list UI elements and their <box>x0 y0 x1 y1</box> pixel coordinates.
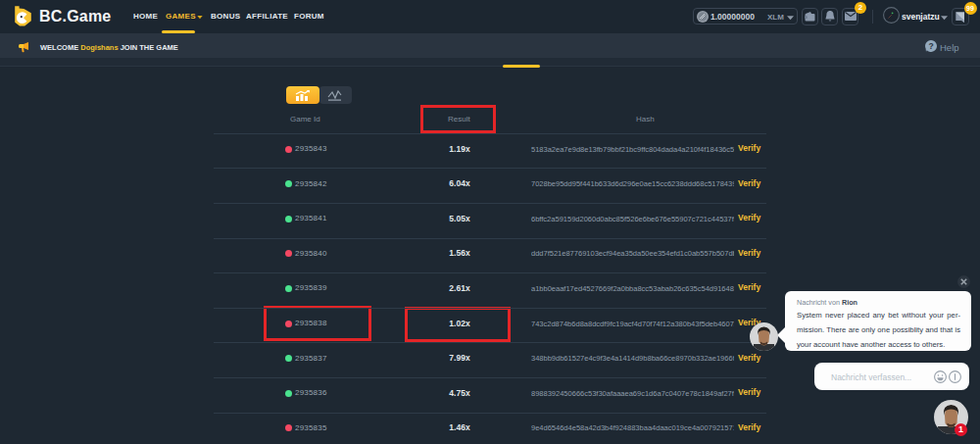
svg-text:?: ? <box>928 41 933 51</box>
